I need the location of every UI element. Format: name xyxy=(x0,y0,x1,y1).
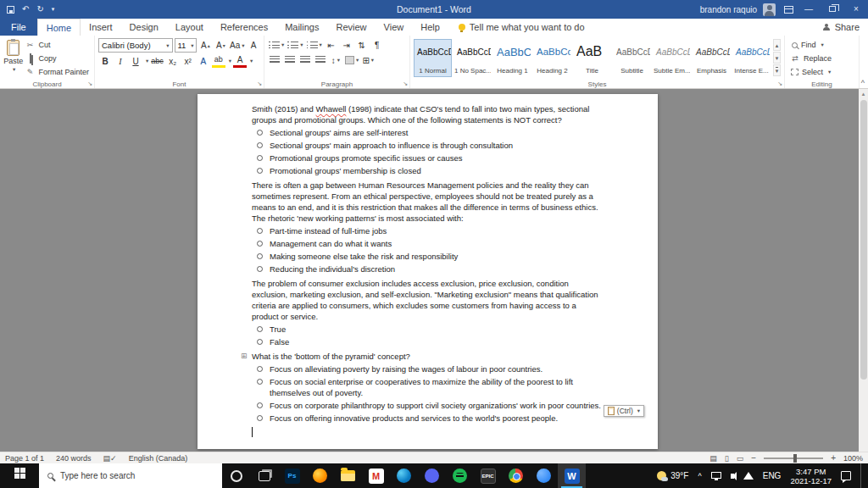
grow-font-button[interactable]: A▴ xyxy=(198,39,212,53)
option-row[interactable]: True xyxy=(252,323,604,336)
tab-insert[interactable]: Insert xyxy=(81,19,121,36)
radio-button[interactable] xyxy=(257,366,263,372)
vertical-scrollbar[interactable]: ▴ xyxy=(859,89,868,452)
text-effects-button[interactable]: A xyxy=(197,54,210,68)
radio-button[interactable] xyxy=(257,339,263,345)
tab-references[interactable]: References xyxy=(212,19,276,36)
radio-button[interactable] xyxy=(257,142,263,148)
select-button[interactable]: Select▾ xyxy=(788,65,855,79)
cut-button[interactable]: ✂Cut xyxy=(23,38,91,52)
move-anchor-icon[interactable]: ⊞ xyxy=(241,351,248,362)
tab-layout[interactable]: Layout xyxy=(167,19,212,36)
qat-customize-button[interactable]: ▾ xyxy=(52,0,55,19)
undo-button[interactable]: ↶ xyxy=(22,0,29,19)
web-layout-button[interactable]: ▭ xyxy=(737,454,744,463)
shading-button[interactable]: ▾ xyxy=(344,53,359,67)
scroll-up-arrow[interactable]: ▴ xyxy=(859,89,868,99)
radio-button[interactable] xyxy=(257,228,263,234)
sort-button[interactable]: ⇅ xyxy=(355,38,369,52)
font-dialog-launcher[interactable]: ↘ xyxy=(257,80,262,87)
tab-help[interactable]: Help xyxy=(412,19,448,36)
share-button[interactable]: Share xyxy=(823,19,860,36)
taskbar-icon-firefox[interactable] xyxy=(306,463,334,488)
clear-formatting-button[interactable]: A xyxy=(247,39,260,53)
option-row[interactable]: Making someone else take the risk and re… xyxy=(252,250,604,263)
show-desktop-button[interactable] xyxy=(860,463,865,488)
document-page[interactable]: Smith (2015) and Whawell (1998) indicate… xyxy=(198,94,658,449)
taskbar-icon-file-explorer[interactable] xyxy=(334,463,362,488)
taskbar-icon-discord[interactable] xyxy=(418,463,446,488)
taskbar-icon-chrome[interactable] xyxy=(502,463,530,488)
highlight-dropdown-icon[interactable]: ▾ xyxy=(229,58,231,64)
paste-button[interactable]: Paste ▾ xyxy=(3,38,23,79)
align-right-button[interactable] xyxy=(298,53,312,67)
tab-view[interactable]: View xyxy=(376,19,413,36)
align-center-button[interactable] xyxy=(283,53,297,67)
highlight-button[interactable]: ab xyxy=(212,54,225,68)
shrink-font-button[interactable]: A▾ xyxy=(214,39,227,53)
radio-button[interactable] xyxy=(257,266,263,272)
radio-button[interactable] xyxy=(257,130,263,136)
radio-button[interactable] xyxy=(257,168,263,174)
style-card-7[interactable]: AaBbCcDdEmphasis xyxy=(693,39,731,77)
user-avatar[interactable] xyxy=(763,3,776,16)
redo-button[interactable]: ↻ xyxy=(36,0,43,19)
tab-mailings[interactable]: Mailings xyxy=(276,19,327,36)
underline-button[interactable]: U xyxy=(129,54,142,68)
paste-options-button[interactable]: (Ctrl) ▾ xyxy=(604,405,644,417)
option-row[interactable]: Reducing the individual's discretion xyxy=(252,263,604,275)
underline-dropdown-icon[interactable]: ▾ xyxy=(146,58,148,64)
display-tray-icon[interactable] xyxy=(711,472,721,479)
style-card-6[interactable]: AaBbCcDdSubtle Em... xyxy=(653,39,691,77)
action-center-button[interactable] xyxy=(841,471,851,480)
tab-design[interactable]: Design xyxy=(121,19,167,36)
option-row[interactable]: Focus on alleviating poverty by raising … xyxy=(252,363,604,375)
font-size-dropdown-icon[interactable]: ▾ xyxy=(191,42,193,49)
borders-button[interactable]: ⊞▾ xyxy=(361,53,375,67)
style-card-2[interactable]: AaBbCcHeading 1 xyxy=(493,39,531,77)
word-count[interactable]: 240 words xyxy=(56,454,92,463)
taskbar-icon-gmail[interactable]: M xyxy=(362,463,390,488)
zoom-out-button[interactable]: − xyxy=(751,453,756,463)
style-card-4[interactable]: AaBTitle xyxy=(573,39,611,77)
change-case-button[interactable]: Aa▾ xyxy=(229,39,245,53)
zoom-slider-handle[interactable] xyxy=(793,454,797,463)
styles-dialog-launcher[interactable]: ↘ xyxy=(777,80,782,87)
zoom-in-button[interactable]: + xyxy=(831,453,836,463)
tab-file[interactable]: File xyxy=(0,19,37,36)
tell-me-box[interactable]: Tell me what you want to do xyxy=(459,19,585,36)
style-card-3[interactable]: AaBbCcDHeading 2 xyxy=(533,39,571,77)
option-row[interactable]: Promotional groups' membership is closed xyxy=(252,164,604,177)
taskbar-icon-photoshop[interactable]: Ps xyxy=(278,463,306,488)
collapse-ribbon-button[interactable]: ^ xyxy=(861,79,865,87)
replace-button[interactable]: ⇄Replace xyxy=(788,52,855,65)
print-layout-button[interactable]: ▯ xyxy=(725,454,729,463)
font-color-dropdown-icon[interactable]: ▾ xyxy=(250,58,253,64)
taskbar-icon-messenger[interactable] xyxy=(530,463,558,488)
styles-more-button[interactable]: ▾ xyxy=(773,64,781,76)
option-row[interactable]: Focus on social enterprise or cooperativ… xyxy=(252,375,604,399)
paragraph-dialog-launcher[interactable]: ↘ xyxy=(403,80,408,87)
font-color-button[interactable]: A xyxy=(233,54,247,68)
tray-overflow-button[interactable]: ^ xyxy=(698,472,701,480)
strikethrough-button[interactable]: abc xyxy=(150,54,164,68)
line-spacing-button[interactable]: ↕▾ xyxy=(329,53,342,67)
option-row[interactable]: Sectional groups' aims are self-interest xyxy=(252,126,604,139)
zoom-slider[interactable] xyxy=(764,458,823,459)
network-tray-icon[interactable] xyxy=(743,472,754,480)
increase-indent-button[interactable]: ⇥ xyxy=(340,38,353,52)
volume-tray-icon[interactable] xyxy=(731,474,734,479)
radio-button[interactable] xyxy=(257,155,263,161)
taskbar-search-box[interactable]: Type here to search xyxy=(39,463,222,488)
option-row[interactable]: Promotional groups promote specific issu… xyxy=(252,152,604,164)
bullets-button[interactable]: ▾ xyxy=(268,38,285,52)
option-row[interactable]: Sectional groups' main approach to influ… xyxy=(252,139,604,152)
italic-button[interactable]: I xyxy=(114,54,127,68)
font-name-dropdown-icon[interactable]: ▾ xyxy=(166,42,169,49)
radio-button[interactable] xyxy=(257,253,263,259)
paste-dropdown-icon[interactable]: ▾ xyxy=(13,66,15,73)
option-row[interactable]: Management can do what it wants xyxy=(252,237,604,250)
radio-button[interactable] xyxy=(257,402,263,408)
taskbar-icon-cortana[interactable] xyxy=(222,463,250,488)
copy-button[interactable]: Copy xyxy=(23,52,91,65)
